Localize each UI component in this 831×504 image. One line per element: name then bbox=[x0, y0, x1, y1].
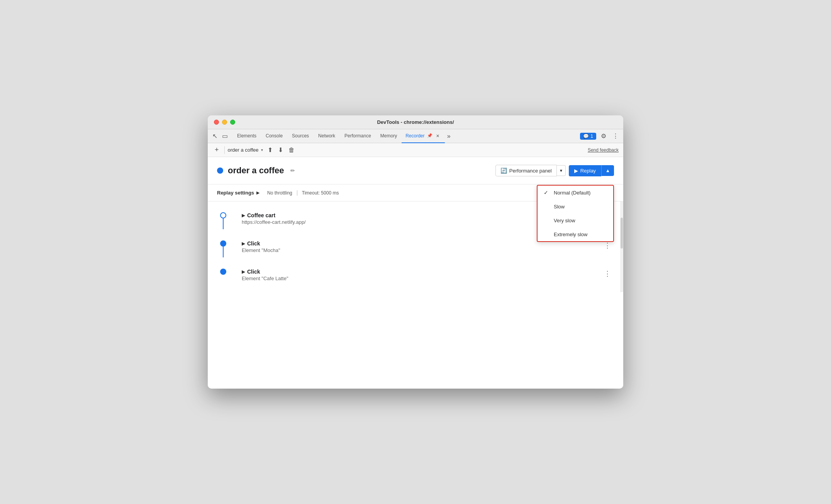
performance-panel-button[interactable]: 🔄 Performance panel bbox=[495, 165, 557, 176]
window-controls bbox=[214, 120, 235, 125]
replay-settings-info: No throttling Timeout: 5000 ms bbox=[267, 190, 339, 196]
more-icon: ⋮ bbox=[612, 133, 619, 139]
perf-dropdown-arrow-icon: ▾ bbox=[560, 168, 562, 173]
window-title: DevTools - chrome://extensions/ bbox=[377, 119, 454, 125]
recording-header: order a coffee ✏ 🔄 Performance panel ▾ ▶ bbox=[208, 157, 623, 184]
add-recording-button[interactable]: + bbox=[212, 145, 221, 155]
tab-console[interactable]: Console bbox=[261, 129, 287, 143]
step-title-3[interactable]: ▶ Click bbox=[242, 269, 601, 275]
replay-settings-toggle[interactable]: Replay settings ▶ bbox=[217, 190, 259, 196]
perf-panel-icon: 🔄 bbox=[500, 167, 507, 174]
step-node-3 bbox=[220, 269, 226, 275]
recording-controls: 🔄 Performance panel ▾ ▶ Replay ▲ bbox=[495, 165, 614, 176]
step-timeline-1 bbox=[208, 212, 239, 218]
replay-dropdown-button[interactable]: ▲ bbox=[601, 165, 614, 176]
tab-recorder[interactable]: Recorder 📌 × bbox=[402, 129, 445, 143]
upload-icon: ⬆ bbox=[268, 147, 273, 153]
step-content-3: ▶ Click Element "Cafe Latte" bbox=[239, 269, 601, 281]
dropdown-item-extremely-slow[interactable]: ✓ Extremely slow bbox=[538, 227, 613, 241]
devtools-window: DevTools - chrome://extensions/ ↖ ▭ Elem… bbox=[208, 115, 623, 389]
content-area: order a coffee ✏ 🔄 Performance panel ▾ ▶ bbox=[208, 157, 623, 389]
play-icon: ▶ bbox=[574, 168, 578, 174]
toolbar-divider bbox=[224, 146, 225, 154]
import-button[interactable]: ⬇ bbox=[276, 145, 285, 155]
step-line-2 bbox=[223, 247, 224, 257]
pencil-icon: ✏ bbox=[290, 167, 295, 174]
step-subtitle-3: Element "Cafe Latte" bbox=[242, 276, 601, 281]
scrollbar-thumb[interactable] bbox=[621, 218, 623, 249]
titlebar: DevTools - chrome://extensions/ bbox=[208, 115, 623, 129]
tab-elements[interactable]: Elements bbox=[232, 129, 261, 143]
devtools-icons: ↖ ▭ bbox=[211, 131, 229, 141]
device-icon-btn[interactable]: ▭ bbox=[220, 131, 229, 141]
table-row: ▶ Click Element "Cafe Latte" ⋮ bbox=[208, 264, 623, 286]
send-feedback-button[interactable]: Send feedback bbox=[588, 147, 619, 153]
expand-arrow-2: ▶ bbox=[242, 241, 245, 246]
cursor-icon-btn[interactable]: ↖ bbox=[211, 131, 219, 141]
recording-title: order a coffee bbox=[228, 166, 284, 176]
feedback-button[interactable]: 💬 1 bbox=[580, 133, 596, 140]
replay-arrow-icon: ▲ bbox=[605, 168, 610, 173]
replay-button-group: ▶ Replay ▲ bbox=[569, 165, 614, 176]
step-line-1 bbox=[223, 218, 224, 229]
settings-divider bbox=[297, 190, 297, 196]
close-button[interactable] bbox=[214, 120, 219, 125]
toolbar-icons: ⬆ ⬇ 🗑 bbox=[266, 145, 296, 155]
export-button[interactable]: ⬆ bbox=[266, 145, 274, 155]
gear-icon: ⚙ bbox=[601, 133, 606, 139]
tab-recorder-close[interactable]: × bbox=[435, 132, 441, 140]
recorder-toolbar: + order a coffee ▾ ⬆ ⬇ 🗑 Send feedback bbox=[208, 143, 623, 157]
settings-expand-arrow: ▶ bbox=[256, 191, 259, 195]
replay-button[interactable]: ▶ Replay bbox=[569, 165, 601, 176]
maximize-button[interactable] bbox=[230, 120, 235, 125]
step-subtitle-2: Element "Mocha" bbox=[242, 247, 601, 253]
step-timeline-3 bbox=[208, 269, 239, 275]
tab-memory[interactable]: Memory bbox=[376, 129, 402, 143]
step-node-1 bbox=[220, 212, 226, 218]
tab-network[interactable]: Network bbox=[314, 129, 340, 143]
step-more-button-3[interactable]: ⋮ bbox=[601, 269, 614, 279]
dropdown-item-normal[interactable]: ✓ Normal (Default) bbox=[538, 186, 613, 200]
more-button[interactable]: ⋮ bbox=[611, 131, 620, 141]
devtools-right-actions: 💬 1 ⚙ ⋮ bbox=[580, 131, 620, 141]
cursor-icon: ↖ bbox=[212, 132, 217, 140]
minimize-button[interactable] bbox=[222, 120, 227, 125]
expand-arrow-3: ▶ bbox=[242, 269, 245, 274]
devtools-tab-bar: ↖ ▭ Elements Console Sources Network Per… bbox=[208, 129, 623, 143]
recording-indicator bbox=[217, 167, 223, 174]
recording-name-selector[interactable]: order a coffee ▾ bbox=[228, 147, 263, 153]
dropdown-item-slow[interactable]: ✓ Slow bbox=[538, 200, 613, 213]
delete-button[interactable]: 🗑 bbox=[287, 145, 296, 155]
settings-button[interactable]: ⚙ bbox=[599, 131, 608, 141]
chat-icon: 💬 bbox=[583, 134, 589, 139]
perf-panel-dropdown-button[interactable]: ▾ bbox=[557, 165, 566, 176]
step-content-2: ▶ Click Element "Mocha" bbox=[239, 240, 601, 253]
dropdown-item-very-slow[interactable]: ✓ Very slow bbox=[538, 213, 613, 227]
scrollbar-track[interactable] bbox=[620, 201, 623, 292]
tab-performance[interactable]: Performance bbox=[340, 129, 376, 143]
edit-title-button[interactable]: ✏ bbox=[289, 166, 297, 175]
download-icon: ⬇ bbox=[278, 147, 283, 153]
checkmark-icon: ✓ bbox=[544, 189, 550, 196]
step-node-2 bbox=[220, 240, 226, 247]
pin-icon: 📌 bbox=[427, 133, 432, 138]
trash-icon: 🗑 bbox=[288, 147, 295, 153]
expand-arrow-1: ▶ bbox=[242, 213, 245, 218]
tab-more-btn[interactable]: » bbox=[445, 133, 453, 140]
step-timeline-2 bbox=[208, 240, 239, 247]
speed-dropdown-menu: ✓ Normal (Default) ✓ Slow ✓ Very slow ✓ … bbox=[537, 185, 614, 242]
device-icon: ▭ bbox=[222, 132, 228, 140]
tab-sources[interactable]: Sources bbox=[287, 129, 314, 143]
recording-dropdown-arrow: ▾ bbox=[261, 148, 263, 152]
